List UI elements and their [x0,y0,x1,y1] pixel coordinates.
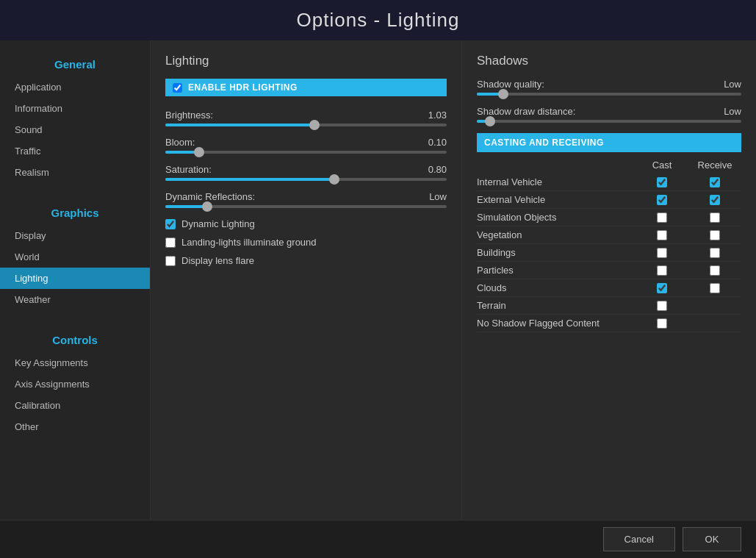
sidebar-item-key-assignments[interactable]: Key Assignments [0,352,150,373]
shadow-name-particles: Particles [477,265,636,276]
dynamic-lighting-row[interactable]: Dynamic Lighting [165,218,447,229]
shadow-receive-buildings[interactable] [688,248,741,258]
hdr-label[interactable]: ENABLE HDR LIGHTING [188,82,298,93]
shadow-quality-track[interactable] [477,93,741,96]
landing-lights-checkbox[interactable] [165,237,176,248]
cast-vegetation-checkbox[interactable] [657,230,667,240]
saturation-row: Saturation: 0.80 [165,164,447,181]
shadow-cast-terrain[interactable] [636,301,688,311]
brightness-track[interactable] [165,124,447,126]
bloom-track[interactable] [165,151,447,154]
lens-flare-row[interactable]: Display lens flare [165,255,447,266]
receive-particles-checkbox[interactable] [710,265,720,276]
shadow-cast-buildings[interactable] [636,248,688,258]
shadow-receive-clouds[interactable] [688,283,741,293]
landing-lights-label[interactable]: Landing-lights illuminate ground [181,237,317,248]
sidebar-item-sound[interactable]: Sound [0,119,150,140]
ok-button[interactable]: OK [683,527,741,551]
shadow-row-sim-objects: Simulation Objects [477,209,741,226]
cast-external-vehicle-checkbox[interactable] [657,195,667,205]
shadow-cast-external-vehicle[interactable] [636,195,688,205]
lens-flare-checkbox[interactable] [165,256,176,266]
shadow-receive-sim-objects[interactable] [688,212,741,223]
shadow-name-sim-objects: Simulation Objects [477,212,636,223]
brightness-thumb[interactable] [309,120,320,130]
receive-sim-objects-checkbox[interactable] [710,212,720,223]
dynamic-lighting-checkbox[interactable] [165,219,176,229]
cast-sim-objects-checkbox[interactable] [657,212,667,223]
shadow-name-vegetation: Vegetation [477,229,636,240]
sidebar-item-lighting[interactable]: Lighting [0,268,150,289]
shadow-draw-thumb[interactable] [485,116,495,126]
casting-bar-label: CASTING AND RECEIVING [484,137,604,148]
controls-group-title: Controls [0,323,150,352]
receive-internal-vehicle-checkbox[interactable] [710,177,720,187]
saturation-label: Saturation: [165,164,212,175]
shadow-quality-value: Low [724,79,741,90]
shadow-cast-no-shadow[interactable] [636,318,688,329]
sidebar-item-world[interactable]: World [0,246,150,268]
dynamic-reflections-thumb[interactable] [202,201,212,212]
sidebar-item-other[interactable]: Other [0,416,150,437]
shadow-name-internal-vehicle: Internal Vehicle [477,176,636,187]
sidebar-item-traffic[interactable]: Traffic [0,140,150,162]
sidebar-item-display[interactable]: Display [0,225,150,246]
shadow-row-vegetation: Vegetation [477,226,741,244]
lens-flare-label[interactable]: Display lens flare [181,255,254,266]
shadow-receive-particles[interactable] [688,265,741,276]
receive-external-vehicle-checkbox[interactable] [710,195,720,205]
shadow-quality-thumb[interactable] [498,89,508,99]
graphics-group-title: Graphics [0,196,150,225]
shadow-quality-row: Shadow quality: Low [477,79,741,96]
shadow-draw-track[interactable] [477,120,741,123]
sidebar: General Application Information Sound Tr… [0,40,151,520]
shadow-cast-sim-objects[interactable] [636,212,688,223]
cast-no-shadow-checkbox[interactable] [657,318,667,329]
bloom-thumb[interactable] [194,147,204,157]
center-panel: Lighting ENABLE HDR LIGHTING Brightness:… [151,40,462,520]
shadow-name-no-shadow: No Shadow Flagged Content [477,318,636,329]
sidebar-item-axis-assignments[interactable]: Axis Assignments [0,373,150,395]
receive-header: Receive [688,160,741,171]
shadow-row-buildings: Buildings [477,244,741,262]
cast-particles-checkbox[interactable] [657,265,667,276]
shadows-title: Shadows [477,54,741,68]
sidebar-item-information[interactable]: Information [0,98,150,119]
dynamic-reflections-track[interactable] [165,205,447,208]
cast-terrain-checkbox[interactable] [657,301,667,311]
shadow-row-particles: Particles [477,262,741,279]
cancel-button[interactable]: Cancel [603,527,675,551]
shadow-cast-internal-vehicle[interactable] [636,177,688,187]
cast-clouds-checkbox[interactable] [657,283,667,293]
cast-internal-vehicle-checkbox[interactable] [657,177,667,187]
saturation-track[interactable] [165,178,447,181]
shadow-cast-vegetation[interactable] [636,230,688,240]
footer: Cancel OK [0,520,756,558]
sidebar-item-application[interactable]: Application [0,76,150,98]
shadow-receive-vegetation[interactable] [688,230,741,240]
brightness-row: Brightness: 1.03 [165,110,447,126]
hdr-checkbox[interactable] [173,83,182,93]
dynamic-reflections-row: Dynamic Reflections: Low [165,191,447,208]
saturation-thumb[interactable] [329,174,339,185]
sidebar-item-weather[interactable]: Weather [0,289,150,310]
receive-buildings-checkbox[interactable] [710,248,720,258]
landing-lights-row[interactable]: Landing-lights illuminate ground [165,237,447,248]
shadow-draw-value: Low [724,106,741,117]
hdr-bar[interactable]: ENABLE HDR LIGHTING [165,79,447,96]
shadow-receive-internal-vehicle[interactable] [688,177,741,187]
shadow-cast-clouds[interactable] [636,283,688,293]
page-title: Options - Lighting [297,9,460,31]
shadow-receive-external-vehicle[interactable] [688,195,741,205]
sidebar-item-calibration[interactable]: Calibration [0,395,150,416]
shadow-row-external-vehicle: External Vehicle [477,191,741,209]
receive-vegetation-checkbox[interactable] [710,230,720,240]
cast-buildings-checkbox[interactable] [657,248,667,258]
receive-clouds-checkbox[interactable] [710,283,720,293]
shadow-cast-particles[interactable] [636,265,688,276]
dynamic-reflections-fill [165,205,207,208]
bloom-label: Bloom: [165,137,195,148]
sidebar-item-realism[interactable]: Realism [0,162,150,183]
dynamic-lighting-label[interactable]: Dynamic Lighting [181,218,255,229]
shadow-draw-label: Shadow draw distance: [477,106,575,117]
